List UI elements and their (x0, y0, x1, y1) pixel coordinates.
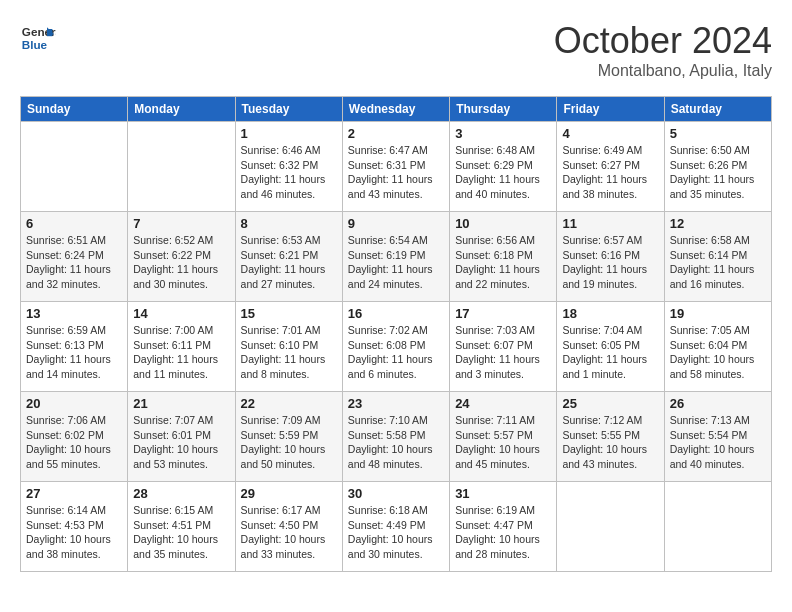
day-number: 8 (241, 216, 337, 231)
day-number: 12 (670, 216, 766, 231)
calendar-cell: 13Sunrise: 6:59 AM Sunset: 6:13 PM Dayli… (21, 302, 128, 392)
day-header-friday: Friday (557, 97, 664, 122)
day-number: 24 (455, 396, 551, 411)
day-header-saturday: Saturday (664, 97, 771, 122)
calendar-cell: 29Sunrise: 6:17 AM Sunset: 4:50 PM Dayli… (235, 482, 342, 572)
day-info: Sunrise: 6:46 AM Sunset: 6:32 PM Dayligh… (241, 143, 337, 202)
day-info: Sunrise: 7:03 AM Sunset: 6:07 PM Dayligh… (455, 323, 551, 382)
calendar-cell: 22Sunrise: 7:09 AM Sunset: 5:59 PM Dayli… (235, 392, 342, 482)
day-info: Sunrise: 6:48 AM Sunset: 6:29 PM Dayligh… (455, 143, 551, 202)
day-info: Sunrise: 7:13 AM Sunset: 5:54 PM Dayligh… (670, 413, 766, 472)
day-number: 15 (241, 306, 337, 321)
day-header-monday: Monday (128, 97, 235, 122)
calendar-cell: 19Sunrise: 7:05 AM Sunset: 6:04 PM Dayli… (664, 302, 771, 392)
calendar-cell: 24Sunrise: 7:11 AM Sunset: 5:57 PM Dayli… (450, 392, 557, 482)
day-number: 1 (241, 126, 337, 141)
day-info: Sunrise: 7:06 AM Sunset: 6:02 PM Dayligh… (26, 413, 122, 472)
day-info: Sunrise: 6:52 AM Sunset: 6:22 PM Dayligh… (133, 233, 229, 292)
calendar-week-2: 6Sunrise: 6:51 AM Sunset: 6:24 PM Daylig… (21, 212, 772, 302)
day-number: 3 (455, 126, 551, 141)
month-title: October 2024 (554, 20, 772, 62)
day-number: 22 (241, 396, 337, 411)
day-header-sunday: Sunday (21, 97, 128, 122)
day-info: Sunrise: 6:56 AM Sunset: 6:18 PM Dayligh… (455, 233, 551, 292)
calendar-cell: 2Sunrise: 6:47 AM Sunset: 6:31 PM Daylig… (342, 122, 449, 212)
calendar-cell: 7Sunrise: 6:52 AM Sunset: 6:22 PM Daylig… (128, 212, 235, 302)
calendar-cell: 20Sunrise: 7:06 AM Sunset: 6:02 PM Dayli… (21, 392, 128, 482)
svg-marker-3 (47, 29, 52, 36)
day-info: Sunrise: 7:02 AM Sunset: 6:08 PM Dayligh… (348, 323, 444, 382)
svg-text:Blue: Blue (22, 38, 48, 51)
calendar-cell: 10Sunrise: 6:56 AM Sunset: 6:18 PM Dayli… (450, 212, 557, 302)
day-info: Sunrise: 7:05 AM Sunset: 6:04 PM Dayligh… (670, 323, 766, 382)
day-info: Sunrise: 7:00 AM Sunset: 6:11 PM Dayligh… (133, 323, 229, 382)
logo-icon: General Blue (20, 20, 56, 56)
day-info: Sunrise: 6:14 AM Sunset: 4:53 PM Dayligh… (26, 503, 122, 562)
calendar-cell: 26Sunrise: 7:13 AM Sunset: 5:54 PM Dayli… (664, 392, 771, 482)
calendar-cell: 3Sunrise: 6:48 AM Sunset: 6:29 PM Daylig… (450, 122, 557, 212)
day-info: Sunrise: 6:17 AM Sunset: 4:50 PM Dayligh… (241, 503, 337, 562)
day-info: Sunrise: 6:59 AM Sunset: 6:13 PM Dayligh… (26, 323, 122, 382)
day-header-tuesday: Tuesday (235, 97, 342, 122)
calendar-cell: 9Sunrise: 6:54 AM Sunset: 6:19 PM Daylig… (342, 212, 449, 302)
day-number: 23 (348, 396, 444, 411)
calendar-header-row: SundayMondayTuesdayWednesdayThursdayFrid… (21, 97, 772, 122)
day-number: 13 (26, 306, 122, 321)
calendar-cell: 4Sunrise: 6:49 AM Sunset: 6:27 PM Daylig… (557, 122, 664, 212)
calendar-cell: 17Sunrise: 7:03 AM Sunset: 6:07 PM Dayli… (450, 302, 557, 392)
day-number: 20 (26, 396, 122, 411)
day-number: 21 (133, 396, 229, 411)
calendar-cell: 27Sunrise: 6:14 AM Sunset: 4:53 PM Dayli… (21, 482, 128, 572)
day-info: Sunrise: 7:01 AM Sunset: 6:10 PM Dayligh… (241, 323, 337, 382)
day-number: 14 (133, 306, 229, 321)
calendar-cell: 30Sunrise: 6:18 AM Sunset: 4:49 PM Dayli… (342, 482, 449, 572)
day-header-wednesday: Wednesday (342, 97, 449, 122)
calendar-cell: 8Sunrise: 6:53 AM Sunset: 6:21 PM Daylig… (235, 212, 342, 302)
day-number: 6 (26, 216, 122, 231)
calendar-cell: 21Sunrise: 7:07 AM Sunset: 6:01 PM Dayli… (128, 392, 235, 482)
page-header: General Blue October 2024 Montalbano, Ap… (20, 20, 772, 80)
calendar-cell: 6Sunrise: 6:51 AM Sunset: 6:24 PM Daylig… (21, 212, 128, 302)
day-info: Sunrise: 7:07 AM Sunset: 6:01 PM Dayligh… (133, 413, 229, 472)
day-info: Sunrise: 7:11 AM Sunset: 5:57 PM Dayligh… (455, 413, 551, 472)
calendar-cell: 23Sunrise: 7:10 AM Sunset: 5:58 PM Dayli… (342, 392, 449, 482)
day-number: 2 (348, 126, 444, 141)
day-number: 25 (562, 396, 658, 411)
day-number: 18 (562, 306, 658, 321)
title-block: October 2024 Montalbano, Apulia, Italy (554, 20, 772, 80)
day-number: 16 (348, 306, 444, 321)
day-info: Sunrise: 7:12 AM Sunset: 5:55 PM Dayligh… (562, 413, 658, 472)
calendar-week-1: 1Sunrise: 6:46 AM Sunset: 6:32 PM Daylig… (21, 122, 772, 212)
calendar-cell (128, 122, 235, 212)
day-number: 27 (26, 486, 122, 501)
calendar-week-5: 27Sunrise: 6:14 AM Sunset: 4:53 PM Dayli… (21, 482, 772, 572)
day-info: Sunrise: 6:58 AM Sunset: 6:14 PM Dayligh… (670, 233, 766, 292)
calendar-cell: 16Sunrise: 7:02 AM Sunset: 6:08 PM Dayli… (342, 302, 449, 392)
calendar-cell: 5Sunrise: 6:50 AM Sunset: 6:26 PM Daylig… (664, 122, 771, 212)
day-info: Sunrise: 6:53 AM Sunset: 6:21 PM Dayligh… (241, 233, 337, 292)
day-number: 7 (133, 216, 229, 231)
calendar-week-4: 20Sunrise: 7:06 AM Sunset: 6:02 PM Dayli… (21, 392, 772, 482)
calendar-cell: 15Sunrise: 7:01 AM Sunset: 6:10 PM Dayli… (235, 302, 342, 392)
day-number: 10 (455, 216, 551, 231)
day-info: Sunrise: 7:04 AM Sunset: 6:05 PM Dayligh… (562, 323, 658, 382)
day-header-thursday: Thursday (450, 97, 557, 122)
day-info: Sunrise: 6:49 AM Sunset: 6:27 PM Dayligh… (562, 143, 658, 202)
day-number: 5 (670, 126, 766, 141)
location: Montalbano, Apulia, Italy (554, 62, 772, 80)
day-number: 19 (670, 306, 766, 321)
calendar-cell: 11Sunrise: 6:57 AM Sunset: 6:16 PM Dayli… (557, 212, 664, 302)
day-number: 26 (670, 396, 766, 411)
day-number: 9 (348, 216, 444, 231)
calendar-cell (557, 482, 664, 572)
calendar-week-3: 13Sunrise: 6:59 AM Sunset: 6:13 PM Dayli… (21, 302, 772, 392)
calendar-cell: 1Sunrise: 6:46 AM Sunset: 6:32 PM Daylig… (235, 122, 342, 212)
day-info: Sunrise: 6:57 AM Sunset: 6:16 PM Dayligh… (562, 233, 658, 292)
day-number: 11 (562, 216, 658, 231)
day-info: Sunrise: 6:47 AM Sunset: 6:31 PM Dayligh… (348, 143, 444, 202)
day-number: 31 (455, 486, 551, 501)
calendar-cell: 25Sunrise: 7:12 AM Sunset: 5:55 PM Dayli… (557, 392, 664, 482)
day-info: Sunrise: 6:50 AM Sunset: 6:26 PM Dayligh… (670, 143, 766, 202)
logo: General Blue (20, 20, 56, 56)
day-number: 29 (241, 486, 337, 501)
